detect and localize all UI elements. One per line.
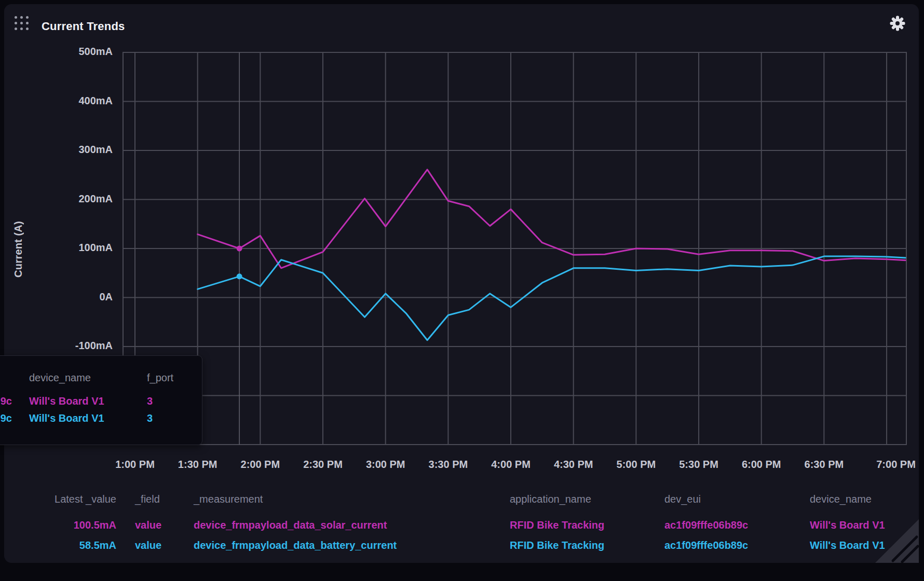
legend-header-measurement: _measurement	[194, 493, 263, 505]
legend-header-field: _field	[135, 493, 160, 505]
tooltip-dev-eui-fragment: 9c	[0, 395, 12, 407]
legend-dev-eui: ac1f09fffe06b89c	[664, 540, 748, 551]
tooltip-f-port: 3	[147, 412, 153, 424]
legend-field: value	[135, 519, 161, 531]
legend-dev-eui: ac1f09fffe06b89c	[664, 519, 748, 531]
legend-header-dev-eui: dev_eui	[664, 493, 701, 505]
legend-application-name: RFID Bike Tracking	[510, 519, 604, 531]
tooltip-device-name: Will's Board V1	[29, 395, 104, 407]
legend-device-name: Will's Board V1	[810, 519, 885, 531]
series-legend: Latest _value _field _measurement applic…	[0, 487, 911, 562]
legend-header-latest-value: Latest _value	[12, 493, 116, 505]
legend-latest-value: 100.5mA	[12, 519, 116, 531]
hover-dot-battery	[237, 273, 242, 279]
legend-device-name: Will's Board V1	[810, 540, 885, 551]
legend-field: value	[135, 540, 161, 551]
legend-header-application-name: application_name	[510, 493, 591, 505]
dashboard-page: { "panel": { "title": "Current Trends" }…	[0, 0, 924, 581]
legend-header-device-name: device_name	[810, 493, 872, 505]
tooltip-dev-eui-fragment: 9c	[0, 412, 12, 424]
legend-application-name: RFID Bike Tracking	[510, 540, 604, 551]
series-line-solar	[198, 170, 906, 268]
series-line-battery	[198, 256, 906, 340]
hover-dot-solar	[237, 246, 242, 252]
legend-latest-value: 58.5mA	[12, 540, 116, 551]
resize-handle[interactable]	[875, 519, 919, 563]
y-axis-title: Current (A)	[12, 195, 24, 304]
legend-measurement: device_frmpayload_data_battery_current	[194, 540, 397, 551]
tooltip-header-f-port: f_port	[147, 372, 173, 384]
tooltip-device-name: Will's Board V1	[29, 412, 104, 424]
tooltip-f-port: 3	[147, 395, 153, 407]
tooltip-header-device-name: device_name	[29, 372, 91, 384]
legend-measurement: device_frmpayload_data_solar_current	[194, 519, 387, 531]
hover-tooltip: device_name f_port 9c Will's Board V1 3 …	[0, 355, 202, 445]
